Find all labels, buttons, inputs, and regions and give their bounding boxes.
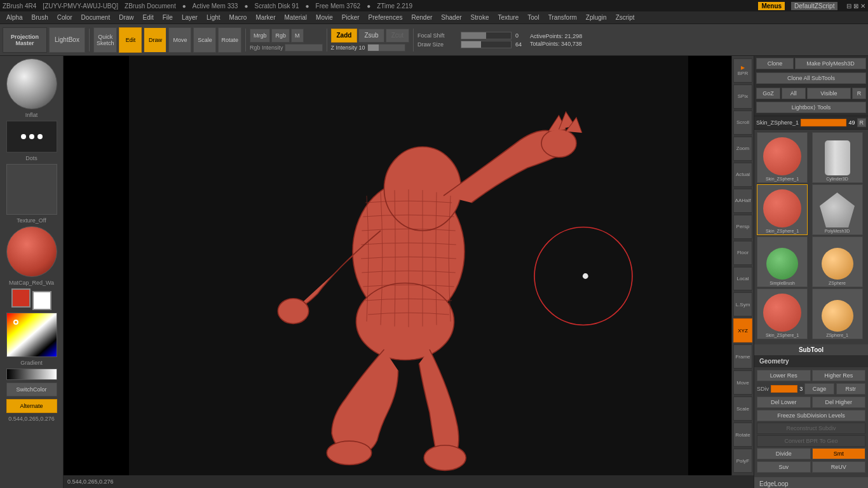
lightbox-tools-button[interactable]: Lightbox⟩ Tools bbox=[756, 102, 866, 113]
lsym-button[interactable]: L.Sym bbox=[733, 292, 752, 316]
window-controls[interactable]: ⊟ ⊠ ✕ bbox=[846, 3, 865, 10]
xyz-button[interactable]: XYZ bbox=[733, 318, 752, 342]
menu-alpha[interactable]: Alpha bbox=[3, 13, 27, 22]
menu-color[interactable]: Color bbox=[53, 13, 76, 22]
tool-zsphere[interactable]: ZSphere bbox=[812, 236, 863, 287]
switch-color-button[interactable]: SwitchColor bbox=[6, 383, 57, 396]
tool-polymesh3d[interactable]: PolyMesh3D bbox=[812, 184, 863, 235]
rgb-button[interactable]: Rgb bbox=[271, 29, 290, 43]
foreground-color[interactable] bbox=[11, 288, 31, 308]
dots-preview[interactable] bbox=[6, 121, 57, 152]
tool-zsphere1[interactable]: ZSphere_1 bbox=[812, 288, 863, 339]
rgb-intensity-slider[interactable] bbox=[285, 44, 323, 51]
move-button[interactable]: Move bbox=[168, 27, 191, 53]
zadd-button[interactable]: Zadd bbox=[331, 29, 358, 43]
menu-material[interactable]: Material bbox=[281, 13, 311, 22]
clone-all-subtools-button[interactable]: Clone All SubTools bbox=[756, 72, 866, 84]
menu-picker[interactable]: Picker bbox=[338, 13, 363, 22]
menu-light[interactable]: Light bbox=[203, 13, 224, 22]
texture-preview[interactable] bbox=[6, 164, 57, 215]
tool-cylinder3d[interactable]: Cylinder3D bbox=[812, 132, 863, 183]
bpr-button[interactable]: ▶ BPR bbox=[733, 58, 752, 83]
divide-button[interactable]: Divide bbox=[757, 448, 811, 459]
background-color[interactable] bbox=[32, 291, 51, 310]
menu-edit[interactable]: Edit bbox=[139, 13, 158, 22]
edgeloop-button[interactable]: EdgeLoop bbox=[754, 477, 868, 488]
m-button[interactable]: M bbox=[291, 29, 304, 43]
sdiv-slider[interactable] bbox=[771, 385, 797, 393]
mrgb-button[interactable]: Mrgb bbox=[250, 29, 271, 43]
freeze-subdiv-button[interactable]: Freeze SubDivision Levels bbox=[757, 410, 865, 421]
menu-file[interactable]: File bbox=[159, 13, 177, 22]
polyf-button[interactable]: PolyF bbox=[733, 449, 752, 473]
projection-master-button[interactable]: Projection Master bbox=[3, 27, 47, 53]
menus-button[interactable]: Menus bbox=[758, 2, 785, 10]
matcap-sphere[interactable] bbox=[6, 226, 57, 277]
alpha-sphere[interactable] bbox=[6, 58, 57, 109]
quick-sketch-button[interactable]: Quick Sketch bbox=[93, 27, 118, 53]
make-polymesh-button[interactable]: Make PolyMesh3D bbox=[795, 58, 866, 69]
floor-button[interactable]: Floor bbox=[733, 241, 752, 265]
tool-skin-zsphere[interactable]: Skin_ZSphere_1 bbox=[757, 132, 808, 183]
menu-document[interactable]: Document bbox=[78, 13, 114, 22]
spix-button[interactable]: SPix bbox=[733, 85, 752, 109]
draw-size-slider[interactable] bbox=[461, 41, 512, 48]
skin-r-button[interactable]: R bbox=[857, 118, 867, 127]
lightbox-button[interactable]: LightBox bbox=[49, 27, 85, 53]
reuv-button[interactable]: ReUV bbox=[812, 461, 866, 473]
scroll-button[interactable]: Scroll bbox=[733, 111, 752, 135]
menu-zscript[interactable]: Zscript bbox=[612, 13, 639, 22]
subtool-header[interactable]: SubTool bbox=[754, 344, 868, 355]
alternate-button[interactable]: Alternate bbox=[6, 399, 57, 413]
z-intensity-slider[interactable] bbox=[367, 44, 405, 51]
tool-skin-zsphere2[interactable]: Skin_ZSphere_1 bbox=[757, 184, 808, 235]
skin-slider[interactable] bbox=[801, 119, 846, 126]
r-button[interactable]: R bbox=[852, 88, 866, 99]
geometry-header[interactable]: Geometry bbox=[754, 355, 868, 367]
del-lower-button[interactable]: Del Lower bbox=[757, 396, 811, 408]
lower-res-button[interactable]: Lower Res bbox=[757, 370, 811, 381]
menu-layer[interactable]: Layer bbox=[178, 13, 201, 22]
cage-button[interactable]: Cage bbox=[804, 383, 834, 395]
menu-macro[interactable]: Macro bbox=[226, 13, 251, 22]
default-script-button[interactable]: DefaultZScript bbox=[791, 2, 837, 10]
canvas-rotate-button[interactable]: Rotate bbox=[733, 423, 752, 447]
persp-button[interactable]: Persp bbox=[733, 215, 752, 239]
gradient-bar[interactable] bbox=[6, 369, 57, 380]
del-higher-button[interactable]: Del Higher bbox=[812, 396, 866, 408]
menu-marker[interactable]: Marker bbox=[252, 13, 279, 22]
edit-button[interactable]: Edit bbox=[119, 27, 142, 53]
menu-stroke[interactable]: Stroke bbox=[467, 13, 493, 22]
tool-skin-zsphere3[interactable]: Skin_ZSphere_1 bbox=[757, 288, 808, 339]
local-button[interactable]: Local bbox=[733, 267, 752, 291]
zsub-button[interactable]: Zsub bbox=[358, 29, 384, 43]
menu-brush[interactable]: Brush bbox=[28, 13, 52, 22]
rstr-button[interactable]: Rstr bbox=[836, 383, 865, 395]
scale-button[interactable]: Scale bbox=[193, 27, 216, 53]
higher-res-button[interactable]: Higher Res bbox=[812, 370, 866, 381]
frame-button[interactable]: Frame bbox=[733, 344, 752, 369]
menu-shader[interactable]: Shader bbox=[437, 13, 465, 22]
menu-draw[interactable]: Draw bbox=[115, 13, 137, 22]
draw-button[interactable]: Draw bbox=[144, 27, 166, 53]
canvas-scale-button[interactable]: Scale bbox=[733, 396, 752, 421]
tool-simplebrush[interactable]: SimpleBrush bbox=[757, 236, 808, 287]
menu-preferences[interactable]: Preferences bbox=[365, 13, 407, 22]
menu-render[interactable]: Render bbox=[408, 13, 437, 22]
goz-button[interactable]: GoZ bbox=[756, 88, 780, 99]
menu-tool[interactable]: Tool bbox=[524, 13, 543, 22]
suv-button[interactable]: Suv bbox=[757, 461, 811, 473]
menu-zplugin[interactable]: Zplugin bbox=[582, 13, 611, 22]
menu-transform[interactable]: Transform bbox=[545, 13, 581, 22]
clone-button[interactable]: Clone bbox=[756, 58, 794, 69]
menu-movie[interactable]: Movie bbox=[312, 13, 337, 22]
zoom-button[interactable]: Zoom bbox=[733, 137, 752, 161]
menu-texture[interactable]: Texture bbox=[494, 13, 522, 22]
canvas-move-button[interactable]: Move bbox=[733, 370, 752, 395]
focal-shift-slider[interactable] bbox=[461, 32, 512, 39]
canvas-viewport[interactable]: ▶ BPR SPix Scroll Zoom Actual AAHalf Per… bbox=[64, 56, 754, 475]
visible-button[interactable]: Visible bbox=[807, 88, 851, 99]
rotate-button[interactable]: Rotate bbox=[218, 27, 241, 53]
actual-button[interactable]: Actual bbox=[733, 163, 752, 187]
zcut-button[interactable]: Zcut bbox=[386, 29, 409, 43]
